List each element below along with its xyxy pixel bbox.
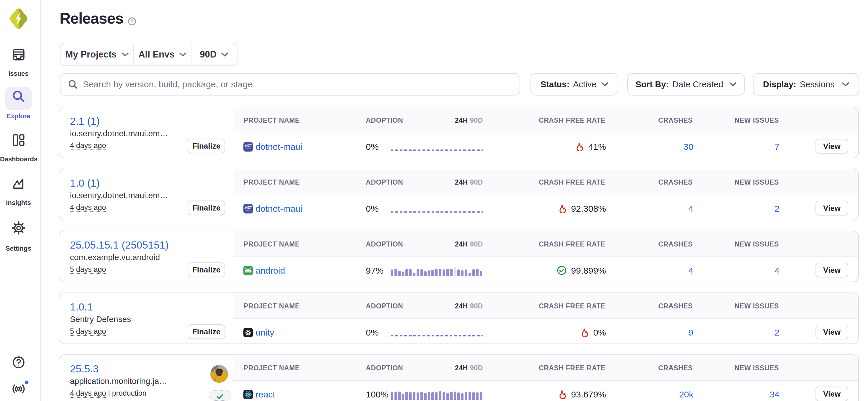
svg-text:.NET: .NET [244, 206, 252, 209]
svg-text:MAUI: MAUI [246, 209, 251, 211]
svg-text:MAUI: MAUI [246, 147, 251, 149]
svg-text:.NET: .NET [244, 144, 252, 147]
